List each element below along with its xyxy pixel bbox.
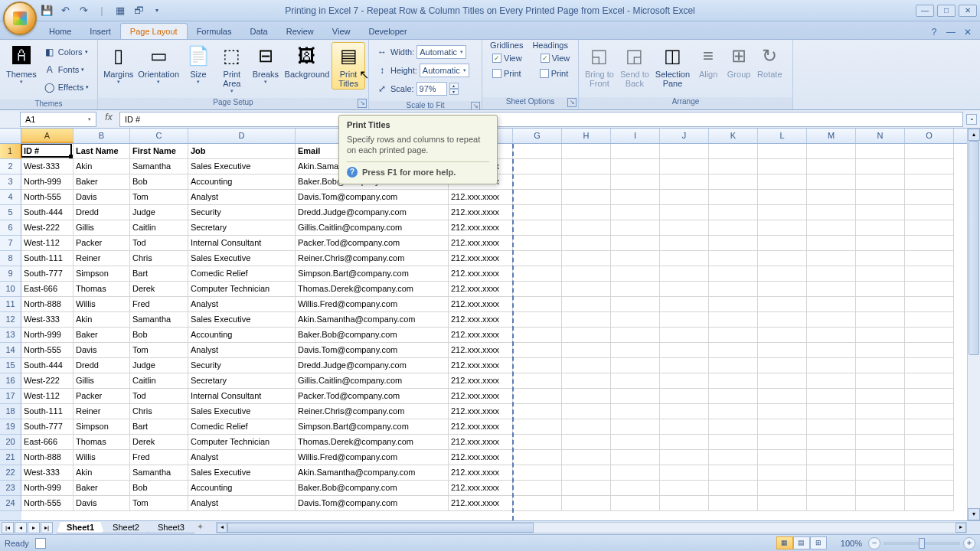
cell[interactable]: Davis.Tom@company.com — [296, 190, 449, 205]
orientation-button[interactable]: ▭Orientation▾ — [136, 42, 181, 86]
cell[interactable]: Davis — [74, 496, 130, 511]
row-header-3[interactable]: 3 — [0, 174, 21, 190]
group-button[interactable]: ⊞Group — [724, 42, 754, 80]
cell[interactable]: East-666 — [21, 282, 74, 297]
effects-button[interactable]: ◯Effects ▾ — [41, 79, 91, 96]
cell[interactable]: Davis.Tom@company.com — [296, 343, 449, 358]
col-header-A[interactable]: A — [21, 129, 74, 143]
cell[interactable]: Comedic Relief — [188, 266, 296, 282]
cell[interactable] — [807, 389, 856, 404]
cell[interactable] — [905, 282, 954, 297]
cell[interactable] — [611, 159, 660, 174]
cell[interactable] — [807, 404, 856, 419]
cell[interactable]: Tom — [130, 190, 188, 205]
cell[interactable] — [905, 251, 954, 266]
width-combo[interactable]: Automatic▾ — [416, 45, 466, 59]
qat-custom2-icon[interactable]: 🗗 — [132, 4, 145, 18]
qat-redo-icon[interactable]: ↷ — [77, 4, 90, 18]
cell[interactable] — [856, 465, 905, 481]
cell[interactable]: Baker — [74, 328, 130, 343]
row-header-8[interactable]: 8 — [0, 251, 21, 266]
cell[interactable] — [611, 328, 660, 343]
cell[interactable] — [905, 373, 954, 389]
col-header-G[interactable]: G — [513, 129, 562, 143]
cell[interactable]: Sales Executive — [188, 159, 296, 174]
cell[interactable] — [758, 312, 807, 328]
cell[interactable] — [513, 220, 562, 236]
cell[interactable]: Tom — [130, 496, 188, 511]
cell[interactable]: 212.xxx.xxxx — [449, 297, 513, 312]
row-header-19[interactable]: 19 — [0, 419, 21, 435]
cell[interactable]: Job — [188, 144, 296, 159]
scale-spinner[interactable]: ▴▾ — [449, 83, 459, 95]
scale-input[interactable]: 97% — [416, 82, 447, 96]
cell[interactable] — [807, 435, 856, 450]
cell[interactable]: Dredd — [74, 205, 130, 220]
cell[interactable] — [758, 419, 807, 435]
cell[interactable] — [758, 297, 807, 312]
cell[interactable] — [905, 144, 954, 159]
cell[interactable]: 212.xxx.xxxx — [449, 465, 513, 481]
cell[interactable]: Packer — [74, 389, 130, 404]
scroll-down-button[interactable]: ▾ — [968, 508, 980, 520]
cell[interactable]: Caitlin — [130, 373, 188, 389]
cell[interactable] — [807, 465, 856, 481]
cell[interactable] — [513, 404, 562, 419]
cell[interactable] — [905, 404, 954, 419]
cell[interactable] — [758, 450, 807, 465]
cell[interactable]: Secretary — [188, 373, 296, 389]
cell[interactable] — [660, 343, 709, 358]
cell[interactable] — [513, 144, 562, 159]
cell[interactable] — [905, 312, 954, 328]
scroll-right-button[interactable]: ▸ — [956, 523, 966, 533]
cell[interactable] — [856, 174, 905, 190]
col-header-I[interactable]: I — [611, 129, 660, 143]
cell[interactable] — [807, 419, 856, 435]
cell[interactable] — [611, 419, 660, 435]
name-box[interactable]: A1▾ — [20, 112, 96, 127]
cell[interactable]: Chris — [130, 404, 188, 419]
cell[interactable] — [709, 266, 758, 282]
cell[interactable]: North-888 — [21, 297, 74, 312]
sheet-nav-first[interactable]: |◂ — [2, 522, 14, 533]
cell[interactable] — [562, 312, 611, 328]
cell[interactable] — [758, 144, 807, 159]
cell[interactable]: Reiner.Chris@company.com — [296, 251, 449, 266]
cell[interactable] — [856, 251, 905, 266]
cell[interactable]: West-222 — [21, 373, 74, 389]
cell[interactable] — [758, 389, 807, 404]
cell[interactable] — [513, 450, 562, 465]
cell[interactable] — [660, 419, 709, 435]
cell[interactable] — [709, 282, 758, 297]
cell[interactable] — [856, 358, 905, 373]
cell[interactable]: Secretary — [188, 220, 296, 236]
cell[interactable]: Tom — [130, 343, 188, 358]
qat-undo-icon[interactable]: ↶ — [58, 4, 72, 18]
cell[interactable]: Samantha — [130, 159, 188, 174]
row-header-2[interactable]: 2 — [0, 159, 21, 174]
cell[interactable] — [513, 251, 562, 266]
cell[interactable] — [562, 358, 611, 373]
cell[interactable]: Analyst — [188, 496, 296, 511]
cell[interactable] — [660, 205, 709, 220]
cell[interactable]: Bob — [130, 328, 188, 343]
cell[interactable]: Willis — [74, 450, 130, 465]
cell[interactable] — [562, 481, 611, 496]
row-header-21[interactable]: 21 — [0, 450, 21, 465]
cell[interactable] — [513, 465, 562, 481]
headings-print-check[interactable]: Print — [537, 67, 571, 80]
cell[interactable] — [905, 496, 954, 511]
cell[interactable]: Analyst — [188, 450, 296, 465]
select-all-corner[interactable] — [0, 129, 21, 144]
cell[interactable] — [758, 220, 807, 236]
cell[interactable] — [709, 404, 758, 419]
cell[interactable] — [611, 220, 660, 236]
row-header-15[interactable]: 15 — [0, 358, 21, 373]
cell[interactable] — [758, 496, 807, 511]
cell[interactable] — [660, 220, 709, 236]
cell[interactable]: Tod — [130, 389, 188, 404]
insert-sheet-button[interactable]: ✦ — [193, 522, 208, 533]
cell[interactable] — [562, 404, 611, 419]
cell[interactable] — [611, 190, 660, 205]
colors-button[interactable]: ◧Colors ▾ — [41, 44, 91, 60]
